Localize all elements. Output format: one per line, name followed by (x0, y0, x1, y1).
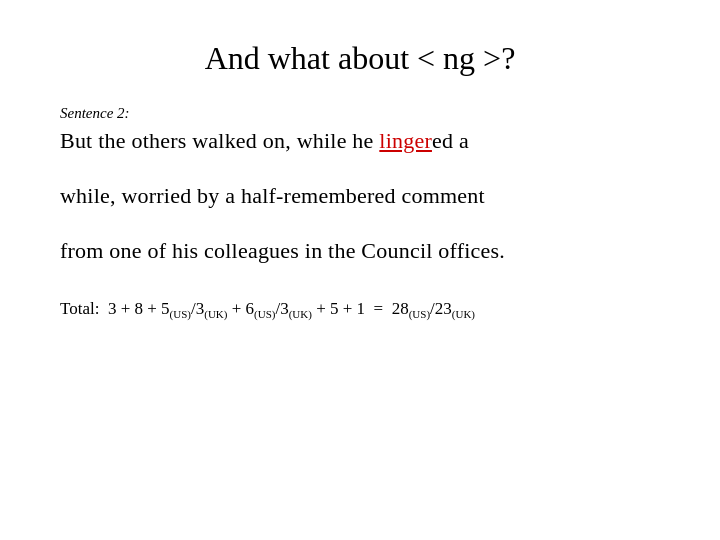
total-slash3b: /3 (275, 299, 288, 318)
total-slash3-uk: /3 (191, 299, 204, 318)
total-sub-uk2: (UK) (289, 308, 312, 320)
slide-title: And what about < ng >? (60, 40, 660, 77)
total-sub-us2: (US) (254, 308, 275, 320)
total-res-sub-us: (US) (409, 308, 430, 320)
total-label: Total: 3 + 8 + 5 (60, 299, 170, 318)
line1-text-after: ed a (432, 128, 469, 153)
total-result: 28 (387, 299, 408, 318)
linger-underlined: linger (379, 128, 432, 153)
total-sub-uk1: (UK) (204, 308, 227, 320)
line1-text-before: But the others walked on, while he (60, 128, 379, 153)
total-space (365, 299, 374, 318)
slide-container: And what about < ng >? Sentence 2: But t… (0, 0, 720, 540)
total-res-slash: /23 (430, 299, 452, 318)
total-line: Total: 3 + 8 + 5(US)/3(UK) + 6(US)/3(UK)… (60, 299, 660, 320)
sentence-label: Sentence 2: (60, 105, 660, 122)
total-res-sub-uk: (UK) (452, 308, 475, 320)
line3: from one of his colleagues in the Counci… (60, 234, 660, 267)
line1: But the others walked on, while he linge… (60, 124, 660, 157)
total-sub-us1: (US) (170, 308, 191, 320)
total-plus51: + 5 + 1 (312, 299, 365, 318)
total-equals: = (374, 299, 388, 318)
total-plus6: + 6 (227, 299, 254, 318)
line2: while, worried by a half-remembered comm… (60, 179, 660, 212)
